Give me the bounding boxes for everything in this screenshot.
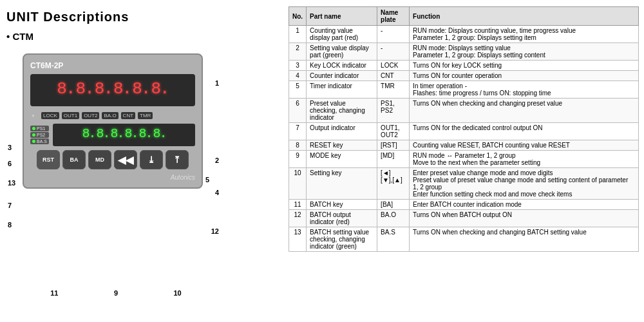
seg-digit-2: 8. <box>76 79 93 99</box>
callout-6: 6 <box>8 160 12 167</box>
cell-no: 2 <box>289 43 307 61</box>
table-row: 3Key LOCK indicatorLOCKTurns ON for key … <box>289 61 639 71</box>
table-row: 13BATCH setting value checking, changing… <box>289 227 639 252</box>
parts-table: No. Part name Name plate Function 1Count… <box>289 6 639 252</box>
callout-5: 5 <box>205 176 209 184</box>
cell-no: 8 <box>289 140 307 151</box>
green-seg-3: 8. <box>110 126 123 141</box>
cnt-indicator-label: CNT <box>121 112 135 119</box>
cell-nameplate: - <box>377 43 410 61</box>
ctm-label: • CTM <box>6 31 277 42</box>
table-row: 7Output indicatorOUT1, OUT2Turns ON for … <box>289 123 639 140</box>
callout-3: 3 <box>8 144 12 151</box>
page-title: UNIT Descriptions <box>6 10 277 24</box>
cell-function: Enter BATCH counter indication mode <box>410 200 639 210</box>
seg-digit-4: 8. <box>113 79 131 99</box>
cell-nameplate: LOCK <box>377 61 410 71</box>
cell-no: 7 <box>289 123 307 140</box>
table-row: 2Setting value display part (green)-RUN … <box>289 43 639 61</box>
cell-function: RUN mode: Displays setting value Paramet… <box>410 43 639 61</box>
cell-name: Key LOCK indicator <box>307 61 377 71</box>
cell-nameplate: CNT <box>377 71 410 81</box>
cell-no: 11 <box>289 200 307 210</box>
device-model: CT6M-2P <box>30 61 195 70</box>
out1-indicator-label: OUT1 <box>62 112 79 119</box>
tmr-indicator-label: TMR <box>138 112 153 119</box>
cell-function: Turns ON for key LOCK setting <box>410 61 639 71</box>
cell-no: 13 <box>289 227 307 252</box>
cell-no: 5 <box>289 81 307 99</box>
ps2-label: PS2 <box>30 132 49 138</box>
callout-8: 8 <box>8 221 12 229</box>
cell-name: Counting value display part (red) <box>307 26 377 43</box>
cell-no: 6 <box>289 99 307 123</box>
cell-function: Turns ON for counter operation <box>410 71 639 81</box>
nav-up-button[interactable]: ⤒ <box>166 150 189 169</box>
cell-function: Counting value RESET, BATCH counting val… <box>410 140 639 151</box>
cell-nameplate: [RST] <box>377 140 410 151</box>
nav-down-button[interactable]: ⤓ <box>140 150 163 169</box>
ps-labels: PS1 PS2 BA.S <box>30 126 49 144</box>
callout-2: 2 <box>215 156 219 164</box>
right-panel: No. Part name Name plate Function 1Count… <box>283 0 644 322</box>
cell-nameplate: BA.O <box>377 210 410 227</box>
callout-1: 1 <box>215 79 219 87</box>
callout-4: 4 <box>215 189 219 196</box>
green-seg-6: 8. <box>153 126 166 141</box>
cell-name: BATCH setting value checking, changing i… <box>307 227 377 252</box>
cell-nameplate: [BA] <box>377 200 410 210</box>
cell-nameplate: OUT1, OUT2 <box>377 123 410 140</box>
bottom-label-11: 11 <box>50 289 58 297</box>
cell-no: 1 <box>289 26 307 43</box>
cell-nameplate: [◄] [▼],[▲] <box>377 168 410 200</box>
cell-no: 12 <box>289 210 307 227</box>
cell-no: 3 <box>289 61 307 71</box>
seg-digit-6: 8. <box>151 79 168 99</box>
col-header-function: Function <box>410 7 639 26</box>
seg-digit-5: 8. <box>132 79 149 99</box>
cell-function: In timer operation - Flashes: time progr… <box>410 81 639 99</box>
buttons-row: RST BA MD ◀◀ ⤓ ⤒ <box>30 147 195 172</box>
out2-indicator-label: OUT2 <box>82 112 99 119</box>
cell-nameplate: - <box>377 26 410 43</box>
table-row: 10Setting key[◄] [▼],[▲]Enter preset val… <box>289 168 639 200</box>
table-row: 5Timer indicatorTMRIn timer operation - … <box>289 81 639 99</box>
md-button[interactable]: MD <box>88 150 111 169</box>
table-row: 1Counting value display part (red)-RUN m… <box>289 26 639 43</box>
col-header-part: Part name <box>307 7 377 26</box>
cell-no: 9 <box>289 151 307 168</box>
nav-left-button[interactable]: ◀◀ <box>114 150 137 169</box>
table-row: 11BATCH key[BA]Enter BATCH counter indic… <box>289 200 639 210</box>
cell-function: Turns ON when BATCH output ON <box>410 210 639 227</box>
cell-name: Timer indicator <box>307 81 377 99</box>
cell-name: RESET key <box>307 140 377 151</box>
green-seg-5: 8. <box>138 126 151 141</box>
cell-function: Turns ON for the dedicated control outpu… <box>410 123 639 140</box>
ba-button[interactable]: BA <box>62 150 86 169</box>
table-row: 4Counter indicatorCNTTurns ON for counte… <box>289 71 639 81</box>
lock-indicator-label: LOCK <box>41 112 59 119</box>
bottom-labels: 11 9 10 <box>23 289 216 297</box>
bas-label: BA.S <box>30 138 49 144</box>
bao-indicator-label: BA.O <box>102 112 118 119</box>
rst-button[interactable]: RST <box>37 150 60 169</box>
seg-digit-1: 8. <box>57 79 74 99</box>
green-display-row: 8. 8. 8. 8. 8. 8. <box>55 126 193 141</box>
cell-name: Counter indicator <box>307 71 377 81</box>
cell-name: Output indicator <box>307 123 377 140</box>
col-header-no: No. <box>289 7 307 26</box>
cell-name: BATCH output indicator (red) <box>307 210 377 227</box>
main-display: 8. 8. 8. 8. 8. 8. <box>30 74 195 106</box>
green-seg-2: 8. <box>96 126 109 141</box>
cell-nameplate: BA.S <box>377 227 410 252</box>
cell-function: Turns ON when checking and changing pres… <box>410 99 639 123</box>
cell-name: Preset value checking, changing indicato… <box>307 99 377 123</box>
green-seg-1: 8. <box>82 126 95 141</box>
cell-name: MODE key <box>307 151 377 168</box>
table-row: 8RESET key[RST]Counting value RESET, BAT… <box>289 140 639 151</box>
cell-function: Turns ON when checking and changing BATC… <box>410 227 639 252</box>
left-panel: UNIT Descriptions • CTM CT6M-2P 8. 8. 8.… <box>0 0 283 322</box>
cell-name: Setting key <box>307 168 377 200</box>
cell-nameplate: TMR <box>377 81 410 99</box>
red-display-row: 8. 8. 8. 8. 8. 8. <box>34 79 191 99</box>
